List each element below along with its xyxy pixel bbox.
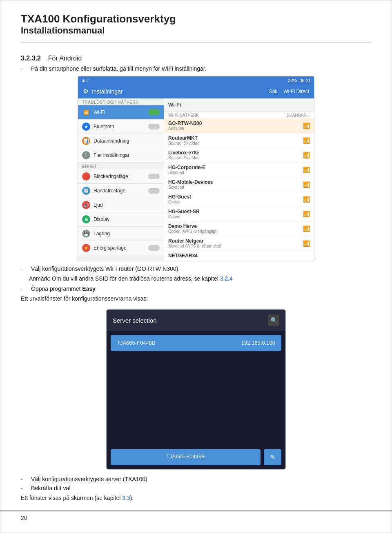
title-left: ⚙ Inställningar (83, 87, 123, 95)
energy-toggle[interactable] (148, 245, 160, 251)
bullet-item-1: - På din smartphone eller surfplatta, gå… (21, 65, 371, 72)
server-list: TJA665-F0448B 192.168.0.100 (107, 331, 285, 445)
display-menu-icon: 🖥 (82, 215, 90, 223)
menu-item-data[interactable]: 📊 Dataanvändning (78, 134, 164, 148)
wifi-panel-header: Wi-Fi (164, 98, 314, 112)
sub-text: Ett urvalsfönster för konfigurationsserv… (21, 294, 371, 303)
handsfree-label: Handsfreeläge (94, 188, 125, 194)
easy-bold: Easy (82, 285, 96, 292)
android-body: TRÅDLÖST OCH NÄTVERK 📶 Wi-Fi ★ Bluetooth… (78, 98, 314, 261)
net-status-router-netgear: Skyddad (WPS är tillgängligt) (168, 244, 303, 248)
wifi-signal-7: 📶 (303, 225, 310, 232)
server-item-name: TJA665-F0448B (117, 340, 156, 346)
net-name-hg-mobile: HG-Mobile-Devices (168, 179, 303, 185)
server-confirm-button[interactable]: TJA665-F0448B (111, 449, 261, 465)
note-link[interactable]: 3.2.4 (220, 275, 233, 282)
android-status-bar: ▲▽ 32% 08:21 (78, 76, 314, 84)
energy-menu-icon: ⚡ (82, 244, 90, 252)
wifi-network-hg-mobile[interactable]: HG-Mobile-Devices Skyddad 📶 (164, 177, 314, 192)
net-name-routeur: RouteurMKT (168, 135, 303, 141)
menu-item-storage[interactable]: 💾 Lagring (78, 227, 164, 241)
net-info-hg-mobile: HG-Mobile-Devices Skyddad (168, 179, 303, 190)
bullet-item-3: - Öppna programmet Easy (21, 285, 371, 292)
android-right-panel: Wi-Fi WI-FI-NÄTVERK SKANNAR... GO-RTW-N3… (164, 98, 314, 261)
menu-item-more[interactable]: ⠇ Fler inställningar (78, 148, 164, 163)
footer-text: Ett fönster visas på skärmen (se kapitel… (21, 494, 371, 502)
page-container: TXA100 Konfigurationsverktyg Installatio… (0, 0, 392, 533)
net-status-livebox: Sparad, Skyddad (168, 156, 303, 160)
server-header: Server selection 🔍 (107, 310, 285, 331)
status-right: 32% 08:21 (288, 78, 311, 83)
search-btn[interactable]: Sök (269, 89, 278, 94)
net-info-demo: Demo Herve Öppen (WPS är tillgängligt) (168, 223, 303, 234)
section-network-label: TRÅDLÖST OCH NÄTVERK (78, 98, 164, 105)
wifi-network-hg-guest-sr[interactable]: HG-Guest-SR Öppen 📶 (164, 207, 314, 221)
note-text: Anmärk: Om du vill ändra SSID för den tr… (29, 274, 371, 283)
wifi-toggle[interactable] (148, 109, 160, 115)
page-footer: 20 (0, 511, 392, 524)
wifi-network-demo[interactable]: Demo Herve Öppen (WPS är tillgängligt) 📶 (164, 221, 314, 236)
footer-link[interactable]: 3.3 (122, 495, 130, 501)
wifi-label: Wi-Fi (94, 109, 105, 115)
menu-item-energy[interactable]: ⚡ Energisparläge (78, 241, 164, 255)
menu-item-wifi[interactable]: 📶 Wi-Fi (78, 105, 164, 120)
bullet-dash-3: - (21, 285, 29, 292)
bullet-item-4: - Välj konfigurationsverktygets server (… (21, 476, 371, 482)
wifi-network-routeur[interactable]: RouteurMKT Sparad, Skyddad 📶 (164, 133, 314, 148)
bullet-text-4: Välj konfigurationsverktygets server (TX… (31, 476, 147, 482)
net-status-routeur: Sparad, Skyddad (168, 141, 303, 145)
net-info-go-rtw: GO-RTW-N300 Ansluten (168, 120, 303, 131)
more-label: Fler inställningar (94, 152, 129, 158)
section-device-label: ENHET (78, 163, 164, 169)
net-name-livebox: Livebox-e78e (168, 150, 303, 156)
net-info-routeur: RouteurMKT Sparad, Skyddad (168, 135, 303, 145)
net-name-demo: Demo Herve (168, 223, 303, 229)
wifi-network-netgear34[interactable]: NETGEAR34 (164, 251, 314, 261)
android-title-bar: ⚙ Inställningar Sök Wi-Fi Direct (78, 84, 314, 98)
net-status-hg-guest: Öppen (168, 200, 303, 204)
page-title-main: TXA100 Konfigurationsverktyg (21, 13, 371, 25)
block-toggle[interactable] (148, 174, 160, 179)
energy-label: Energisparläge (94, 245, 127, 251)
sound-label: Ljud (94, 202, 103, 208)
server-item-ip: 192.168.0.100 (241, 340, 275, 346)
bullet-dash-2: - (21, 265, 29, 272)
net-info-router-netgear: Router Netgear Skyddad (WPS är tillgängl… (168, 238, 303, 248)
wifi-direct-btn[interactable]: Wi-Fi Direct (283, 89, 309, 94)
bullet-text-2: Välj konfigurationsverktygets WiFi-route… (31, 265, 180, 272)
data-menu-icon: 📊 (82, 137, 90, 145)
wifi-network-hg-guest[interactable]: HG-Guest Öppen 📶 (164, 192, 314, 207)
menu-item-block[interactable]: 🚫 Blockeringsläge (78, 169, 164, 184)
net-name-router-netgear: Router Netgear (168, 238, 303, 244)
status-signal: ▲▽ (81, 78, 89, 83)
net-name-netgear34: NETGEAR34 (168, 253, 310, 259)
menu-item-bluetooth[interactable]: ★ Bluetooth (78, 120, 164, 134)
server-list-item[interactable]: TJA665-F0448B 192.168.0.100 (111, 335, 281, 351)
wifi-signal-1: 📶 (303, 137, 310, 144)
android-screenshot: ▲▽ 32% 08:21 ⚙ Inställningar Sök Wi-Fi D… (78, 76, 314, 261)
net-name-hg-corp: HG-Corporate-E (168, 165, 303, 170)
server-search-icon[interactable]: 🔍 (268, 314, 279, 326)
block-menu-icon: 🚫 (82, 172, 90, 181)
block-label: Blockeringsläge (94, 174, 128, 179)
net-info-netgear34: NETGEAR34 (168, 253, 310, 259)
handsfree-toggle[interactable] (148, 188, 160, 194)
net-name-hg-guest-sr: HG-Guest-SR (168, 209, 303, 214)
scan-button[interactable]: SKANNAR... (287, 113, 310, 118)
net-name-hg-guest: HG-Guest (168, 194, 303, 200)
bullet-text-1: På din smartphone eller surfplatta, gå t… (31, 65, 207, 72)
bluetooth-menu-icon: ★ (82, 123, 90, 131)
wifi-network-hg-corp[interactable]: HG-Corporate-E Skyddad 📶 (164, 163, 314, 177)
wifi-network-router-netgear[interactable]: Router Netgear Skyddad (WPS är tillgängl… (164, 236, 314, 251)
sound-menu-icon: 🔊 (82, 201, 90, 209)
menu-item-handsfree[interactable]: 🔄 Handsfreeläge (78, 184, 164, 198)
storage-menu-icon: 💾 (82, 230, 90, 238)
menu-item-display[interactable]: 🖥 Display (78, 212, 164, 227)
server-edit-button[interactable]: ✎ (264, 449, 281, 465)
page-title-sub: Installationsmanual (21, 25, 371, 36)
bluetooth-label: Bluetooth (94, 124, 114, 129)
bluetooth-toggle[interactable] (148, 124, 160, 129)
menu-item-sound[interactable]: 🔊 Ljud (78, 198, 164, 212)
wifi-network-livebox[interactable]: Livebox-e78e Sparad, Skyddad 📶 (164, 148, 314, 163)
wifi-network-go-rtw[interactable]: GO-RTW-N300 Ansluten 📶 (164, 118, 314, 133)
